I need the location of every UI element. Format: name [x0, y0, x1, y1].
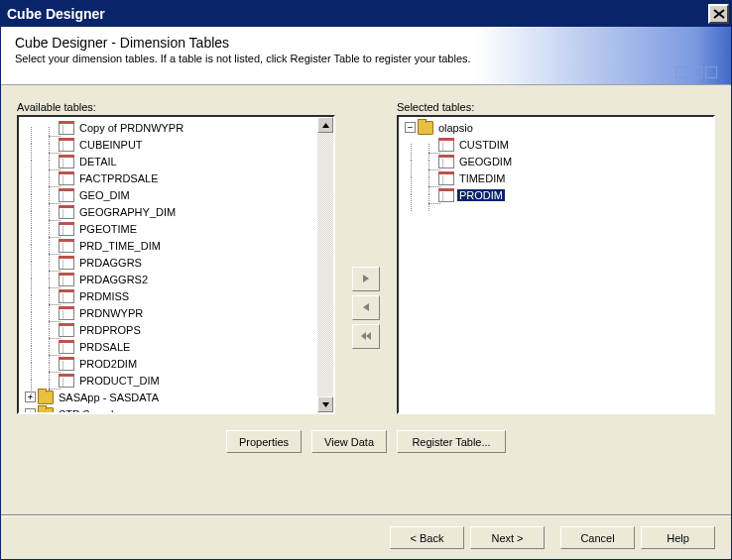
table-icon: [59, 239, 74, 253]
wizard-window: Cube Designer Cube Designer - Dimension …: [0, 0, 732, 560]
close-icon: [713, 9, 725, 19]
double-chevron-left-icon: [360, 331, 372, 341]
table-row[interactable]: PRD_TIME_DIM: [21, 237, 331, 254]
svg-marker-4: [361, 332, 366, 340]
svg-marker-3: [363, 303, 369, 311]
properties-button[interactable]: Properties: [226, 430, 302, 453]
expander-icon[interactable]: −: [405, 122, 416, 133]
wizard-body: Available tables: Copy of PRDNWYPRCUBEIN…: [1, 85, 731, 515]
action-buttons-row: Properties View Data Register Table...: [17, 430, 715, 453]
table-label: GEOGRAPHY_DIM: [77, 206, 178, 218]
table-row[interactable]: DETAIL: [21, 153, 331, 169]
table-label: PRDMISS: [77, 290, 131, 302]
svg-marker-2: [363, 275, 369, 282]
close-button[interactable]: [708, 4, 729, 24]
table-row[interactable]: PRDSALE: [21, 338, 331, 355]
scroll-track[interactable]: [317, 133, 333, 396]
table-label: CUBEINPUT: [77, 139, 145, 151]
table-row[interactable]: PRDMISS: [21, 287, 331, 304]
table-label: PRD_TIME_DIM: [77, 240, 163, 252]
scroll-down-button[interactable]: [317, 396, 333, 412]
table-icon: [59, 171, 74, 185]
view-data-button[interactable]: View Data: [311, 430, 387, 453]
table-row[interactable]: Copy of PRDNWYPR: [21, 119, 331, 136]
table-label: PRDNWYPR: [77, 307, 145, 319]
folder-label: olapsio: [436, 122, 475, 134]
folder-icon: [418, 121, 433, 135]
table-row[interactable]: PGEOTIME: [21, 220, 331, 237]
table-icon: [59, 138, 74, 152]
table-row[interactable]: GEOGRAPHY_DIM: [21, 203, 331, 220]
page-title: Cube Designer - Dimension Tables: [15, 35, 717, 51]
cancel-button[interactable]: Cancel: [560, 526, 635, 549]
chevron-right-icon: [361, 274, 371, 283]
register-table-button[interactable]: Register Table...: [397, 430, 506, 453]
table-icon: [59, 222, 74, 236]
titlebar: Cube Designer: [1, 1, 731, 27]
page-subtitle: Select your dimension tables. If a table…: [15, 53, 717, 64]
move-left-button[interactable]: [352, 295, 380, 320]
available-tables-list[interactable]: Copy of PRDNWYPRCUBEINPUTDETAILFACTPRDSA…: [17, 115, 335, 414]
table-icon: [59, 289, 74, 303]
table-row[interactable]: PROD2DIM: [21, 355, 331, 372]
chevron-left-icon: [361, 302, 371, 312]
table-icon: [438, 171, 454, 185]
folder-label: STP Samples: [57, 408, 127, 415]
back-button[interactable]: < Back: [390, 526, 464, 549]
table-row[interactable]: GEO_DIM: [21, 186, 331, 203]
table-icon: [59, 374, 74, 388]
table-label: CUSTDIM: [457, 139, 511, 151]
folder-icon: [38, 391, 54, 404]
table-icon: [59, 306, 74, 320]
table-icon: [59, 357, 74, 371]
scroll-up-button[interactable]: [317, 117, 333, 133]
wizard-footer: < Back Next > Cancel Help: [1, 515, 731, 559]
folder-label: SASApp - SASDATA: [57, 392, 161, 403]
table-row[interactable]: CUBEINPUT: [21, 136, 331, 153]
svg-marker-5: [366, 332, 371, 340]
table-label: TIMEDIM: [457, 172, 507, 184]
table-label: PRDSALE: [77, 341, 132, 353]
table-row[interactable]: PRDAGGRS2: [21, 271, 331, 287]
expander-icon[interactable]: +: [25, 408, 36, 414]
folder-row[interactable]: +STP Samples: [21, 405, 331, 414]
table-label: PRODUCT_DIM: [77, 375, 162, 387]
folder-row[interactable]: −olapsio: [401, 119, 711, 136]
svg-marker-1: [322, 402, 329, 407]
table-icon: [59, 188, 74, 202]
table-row[interactable]: PRODIM: [401, 186, 711, 203]
scrollbar[interactable]: [317, 117, 333, 412]
table-icon: [59, 323, 74, 337]
table-icon: [59, 121, 74, 135]
selected-tables-label: Selected tables:: [397, 101, 715, 113]
table-icon: [59, 155, 74, 168]
table-row[interactable]: GEOGDIM: [401, 153, 711, 169]
table-label: FACTPRDSALE: [77, 172, 160, 184]
table-icon: [59, 256, 74, 270]
table-icon: [438, 138, 454, 152]
table-icon: [59, 205, 74, 219]
table-row[interactable]: PRDAGGRS: [21, 254, 331, 271]
move-right-button[interactable]: [352, 267, 380, 291]
table-row[interactable]: PRODUCT_DIM: [21, 372, 331, 389]
table-row[interactable]: FACTPRDSALE: [21, 169, 331, 186]
table-row[interactable]: CUSTDIM: [401, 136, 711, 153]
window-title: Cube Designer: [7, 6, 708, 22]
folder-row[interactable]: +SASApp - SASDATA: [21, 389, 331, 405]
table-label: PRODIM: [457, 189, 505, 201]
table-row[interactable]: PRDNWYPR: [21, 304, 331, 321]
available-tables-pane: Available tables: Copy of PRDNWYPRCUBEIN…: [17, 101, 335, 414]
svg-marker-0: [322, 123, 329, 128]
table-label: PROD2DIM: [77, 358, 139, 370]
move-all-left-button[interactable]: [352, 324, 380, 349]
table-label: PRDPROPS: [77, 324, 143, 336]
chevron-down-icon: [321, 400, 330, 409]
table-label: PRDAGGRS: [77, 257, 144, 269]
wizard-header: Cube Designer - Dimension Tables Select …: [1, 27, 731, 85]
help-button[interactable]: Help: [641, 526, 715, 549]
transfer-buttons: [335, 101, 397, 414]
selected-tables-list[interactable]: −olapsioCUSTDIMGEOGDIMTIMEDIMPRODIM: [397, 115, 715, 414]
table-row[interactable]: TIMEDIM: [401, 169, 711, 186]
next-button[interactable]: Next >: [470, 526, 545, 549]
table-row[interactable]: PRDPROPS: [21, 321, 331, 338]
